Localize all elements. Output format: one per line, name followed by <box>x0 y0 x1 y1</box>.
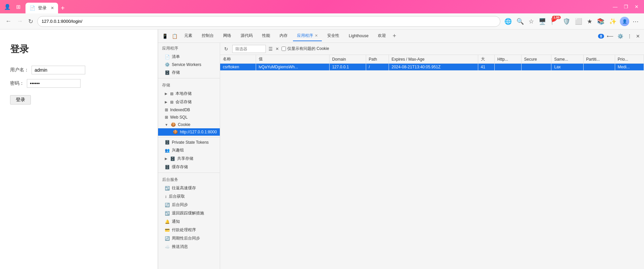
copilot-icon[interactable]: ✨ <box>608 16 618 26</box>
sidebar-item-bounce-tracking[interactable]: ↩️ 退回跟踪缓解措施 <box>158 209 220 217</box>
restore-btn[interactable]: ❐ <box>621 2 631 11</box>
minimize-btn[interactable]: — <box>610 2 620 11</box>
login-btn-row: 登录 <box>10 92 148 105</box>
periodic-sync-icon: 🔄 <box>165 236 170 241</box>
col-value[interactable]: 值 <box>256 55 329 64</box>
local-storage-icon: ⊞ <box>170 91 174 96</box>
tab-security[interactable]: 安全性 <box>323 31 343 41</box>
manifest-icon: 📄 <box>165 55 170 59</box>
col-name[interactable]: 名称 <box>220 55 256 64</box>
cookie-refresh-btn[interactable]: ↻ <box>223 45 230 53</box>
devtools-settings-icon[interactable]: ⚙️ <box>616 32 625 40</box>
col-domain[interactable]: Domain <box>329 55 366 64</box>
tab-network[interactable]: 网络 <box>219 31 235 41</box>
indexed-db-icon: ⊞ <box>165 108 168 112</box>
only-issues-checkbox[interactable] <box>282 47 286 51</box>
username-input[interactable] <box>32 66 85 74</box>
screen-icon[interactable]: 🖥️ <box>537 16 547 26</box>
col-size[interactable]: 大 <box>478 55 494 64</box>
sidebar-item-cookie[interactable]: ▼ 🍪 Cookie <box>158 121 220 128</box>
favorites-icon[interactable]: ★ <box>586 16 594 26</box>
cell-expires: 2024-08-21T13:40:05.951Z <box>389 64 478 71</box>
tab-close-btn[interactable]: ✕ <box>51 6 54 10</box>
devtools-content: ↻ ☰ ✕ 仅显示有问题的 Cookie <box>220 43 644 269</box>
devtools-more-icon[interactable]: ⋮ <box>626 32 633 40</box>
profile-avatar[interactable]: 👤 <box>620 17 629 26</box>
col-httponly[interactable]: Http... <box>494 55 521 64</box>
sidebar-item-shared-storage[interactable]: ▶ 🗄️ 共享存储 <box>158 154 220 163</box>
divider-2 <box>158 137 220 137</box>
sidebar-item-interest-groups[interactable]: 👥 兴趣组 <box>158 146 220 154</box>
tab-performance[interactable]: 性能 <box>258 31 274 41</box>
back-btn[interactable]: ← <box>4 16 13 26</box>
sidebar-item-periodic-sync[interactable]: 🔄 周期性后台同步 <box>158 234 220 243</box>
interest-groups-icon: 👥 <box>165 148 170 153</box>
cell-httponly <box>494 64 521 71</box>
shield-icon[interactable]: 🛡️ <box>561 16 572 26</box>
toolbar-icons: 🌐 🔍 ☆ 🖥️ 🚩 1.00 🛡️ ⬜ ★ 📚 ✨ 👤 ⋯ <box>503 16 640 26</box>
col-path[interactable]: Path <box>366 55 389 64</box>
filter-options-btn[interactable]: ☰ <box>268 46 273 52</box>
sidebar-item-service-workers[interactable]: ⚙️ Service Workers <box>158 61 220 68</box>
address-input[interactable] <box>37 16 500 27</box>
translate-icon[interactable]: 🌐 <box>503 16 513 26</box>
more-btn[interactable]: ⋯ <box>631 16 640 26</box>
profile-btn[interactable]: 👤 <box>3 2 12 11</box>
tab-elements[interactable]: 元素 <box>180 31 196 41</box>
sidebar-item-background-fetch[interactable]: ↕️ 后台获取 <box>158 192 220 201</box>
search-icon[interactable]: 🔍 <box>515 16 525 26</box>
devtools-cast-icon[interactable]: ⟵ <box>605 32 615 40</box>
sidebar-item-storage[interactable]: 🗄️ 存储 <box>158 68 220 77</box>
devtools-device-icon[interactable]: 📱 <box>161 32 169 40</box>
table-header-row: 名称 值 Domain Path Expires / Max-Age 大 Htt… <box>220 55 644 64</box>
devtools-close-icon[interactable]: ✕ <box>635 32 641 40</box>
sidebar-item-indexed-db[interactable]: ⊞ IndexedDB <box>158 106 220 114</box>
refresh-btn[interactable]: ↻ <box>27 16 35 26</box>
devtools-inspect-icon[interactable]: 📋 <box>170 32 179 40</box>
sidebar-item-private-state[interactable]: 🗄️ Private State Tokens <box>158 139 220 146</box>
tab-application-close[interactable]: ✕ <box>315 33 318 38</box>
tab-memory[interactable]: 内存 <box>276 31 292 41</box>
login-button[interactable]: 登录 <box>10 95 31 105</box>
sidebar-item-background-sync[interactable]: 🔄 后台同步 <box>158 201 220 209</box>
table-row[interactable]: csrftoken lvQaYuMDgiemsWh... 127.0.0.1 /… <box>220 64 644 71</box>
payment-icon: 💳 <box>165 228 170 232</box>
tab-title: 登录 <box>38 5 47 11</box>
password-input[interactable] <box>27 79 81 88</box>
tab-application[interactable]: 应用程序 ✕ <box>293 31 322 41</box>
tab-welcome[interactable]: 欢迎 <box>374 31 390 41</box>
close-btn[interactable]: ✕ <box>632 2 641 11</box>
sidebar-item-manifest[interactable]: 📄 清单 <box>158 53 220 61</box>
active-tab[interactable]: 📄 登录 ✕ <box>26 3 58 13</box>
sidebar-item-local-storage[interactable]: ▶ ⊞ 本地存储 <box>158 89 220 98</box>
col-partitioned[interactable]: Partiti... <box>583 55 615 64</box>
forward-btn[interactable]: → <box>15 16 24 26</box>
filter-input[interactable] <box>232 45 266 53</box>
star-icon[interactable]: ☆ <box>527 16 535 26</box>
tab-bar-left: 👤 ⊞ <box>3 2 23 11</box>
add-tab-btn[interactable]: + <box>391 32 398 40</box>
sidebar-item-cookie-url[interactable]: 🍪 http://127.0.0.1:8000 <box>158 128 220 136</box>
tab-bar: 📄 登录 ✕ + <box>26 0 605 13</box>
tab-lighthouse[interactable]: Lighthouse <box>345 31 373 41</box>
sidebar-item-push-messaging[interactable]: ☁️ 推送消息 <box>158 243 220 251</box>
col-priority[interactable]: Prio... <box>615 55 644 64</box>
sidebar-item-web-sql[interactable]: ⊞ Web SQL <box>158 114 220 121</box>
col-samesite[interactable]: Same... <box>551 55 583 64</box>
collections-icon[interactable]: 📚 <box>596 16 606 26</box>
sidebar-item-cache-storage[interactable]: 🗄️ 缓存存储 <box>158 163 220 171</box>
tab-console[interactable]: 控制台 <box>198 31 218 41</box>
tab-grid-btn[interactable]: ⊞ <box>13 2 23 11</box>
tab-sources[interactable]: 源代码 <box>237 31 257 41</box>
new-tab-btn[interactable]: + <box>59 3 66 13</box>
sidebar-item-back-forward-cache[interactable]: ↩️ 往返高速缓存 <box>158 184 220 192</box>
only-issues-label[interactable]: 仅显示有问题的 Cookie <box>287 46 329 52</box>
address-bar: ← → ↻ 🌐 🔍 ☆ 🖥️ 🚩 1.00 🛡️ ⬜ ★ 📚 ✨ 👤 ⋯ <box>0 13 644 29</box>
filter-clear-btn[interactable]: ✕ <box>276 47 279 51</box>
sidebar-item-notifications[interactable]: 🔔 通知 <box>158 217 220 226</box>
col-secure[interactable]: Secure <box>521 55 551 64</box>
sidebar-toggle[interactable]: ⬜ <box>574 16 584 26</box>
col-expires[interactable]: Expires / Max-Age <box>389 55 478 64</box>
sidebar-item-payment-handler[interactable]: 💳 付款处理程序 <box>158 226 220 234</box>
sidebar-item-session-storage[interactable]: ▶ ⊞ 会话存储 <box>158 98 220 106</box>
